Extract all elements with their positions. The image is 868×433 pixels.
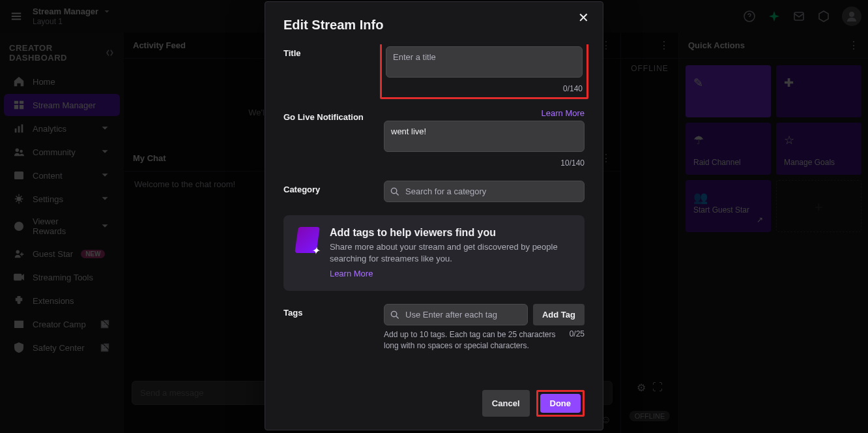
tags-input[interactable] [384, 304, 528, 325]
svg-point-17 [391, 188, 396, 193]
tags-counter: 0/25 [570, 329, 585, 351]
modal-title: Edit Stream Info [265, 2, 603, 44]
golive-counter: 10/140 [384, 158, 585, 168]
tags-promo-card: Add tags to help viewers find you Share … [283, 215, 585, 291]
cancel-button[interactable]: Cancel [482, 390, 530, 417]
search-icon [390, 310, 399, 320]
golive-learn-more-link[interactable]: Learn More [542, 108, 585, 118]
promo-body: Share more about your stream and get dis… [330, 241, 571, 265]
category-label: Category [283, 181, 368, 202]
category-search-input[interactable] [384, 181, 585, 202]
golive-input[interactable]: went live! [384, 121, 585, 152]
title-counter: 0/140 [386, 84, 583, 93]
promo-image-icon [295, 227, 320, 253]
svg-point-18 [391, 311, 396, 316]
title-input[interactable] [386, 46, 583, 78]
search-icon [390, 187, 399, 196]
done-button[interactable]: Done [540, 394, 581, 413]
promo-learn-more-link[interactable]: Learn More [330, 269, 373, 278]
promo-title: Add tags to help viewers find you [330, 227, 571, 239]
golive-label: Go Live Notification [283, 112, 364, 122]
tags-help-text: Add up to 10 tags. Each tag can be 25 ch… [384, 329, 557, 351]
edit-stream-info-modal: ✕ Edit Stream Info Title 0/140 Go Live N… [265, 1, 603, 430]
add-tag-button[interactable]: Add Tag [533, 304, 585, 325]
title-label: Title [283, 44, 368, 95]
close-icon[interactable]: ✕ [574, 8, 592, 27]
tags-label: Tags [283, 304, 368, 351]
